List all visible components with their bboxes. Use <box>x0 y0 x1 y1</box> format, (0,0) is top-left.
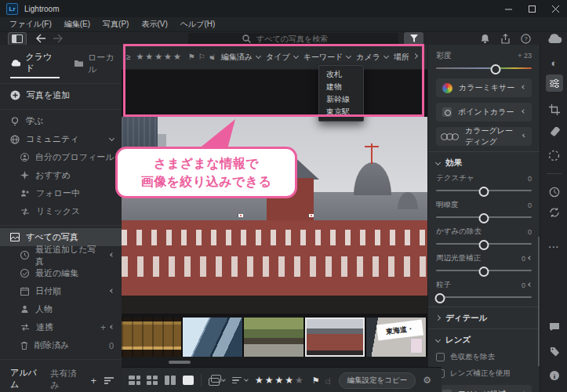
close-button[interactable] <box>543 0 567 17</box>
use-lens-correction-row[interactable]: レンズ補正を使用 <box>436 368 532 379</box>
vignette-slider[interactable] <box>436 266 532 275</box>
color-mixer-button[interactable]: カラーミキサー <box>436 78 532 97</box>
sidebar-item-community[interactable]: コミュニティ <box>0 130 122 148</box>
grain-slider[interactable] <box>436 292 532 302</box>
all-photos-label: すべての写真 <box>26 231 78 243</box>
view-photo-grid-icon[interactable] <box>129 376 140 385</box>
menu-file[interactable]: ファイル(F) <box>3 19 58 30</box>
clarity-slider[interactable] <box>436 212 532 222</box>
panel-toggle-icon[interactable] <box>8 32 27 45</box>
rating-filter-stars[interactable]: ★★★★★ <box>136 52 183 62</box>
view-detail-icon-active[interactable] <box>183 376 194 385</box>
flag-unflagged-icon[interactable]: ⚐ <box>198 53 205 61</box>
presets-icon[interactable] <box>546 54 563 71</box>
filter-funnel-button[interactable] <box>404 32 423 45</box>
view-square-grid-icon[interactable] <box>147 376 158 385</box>
remove-chromatic-aberration-row[interactable]: 色収差を除去 <box>436 352 532 362</box>
help-icon[interactable]: ? <box>521 34 531 44</box>
keyword-option-tokyoeki[interactable]: 東京駅 <box>319 106 363 118</box>
minimize-button[interactable] <box>496 0 520 17</box>
add-connection-icon[interactable]: + <box>100 322 106 333</box>
following-label: フォロー中 <box>36 187 80 199</box>
sidebar-item-recently-added[interactable]: 最近追加した写真 <box>0 246 122 264</box>
menu-bar: ファイル(F) 編集(E) 写真(P) 表示(V) ヘルプ(H) <box>0 17 567 32</box>
sort-albums-icon[interactable] <box>104 377 114 384</box>
defringe-button[interactable]: フリンジ軽減 <box>436 385 532 392</box>
menu-edit[interactable]: 編集(E) <box>58 19 96 30</box>
filter-keyword[interactable]: キーワード <box>303 52 351 63</box>
filter-location[interactable]: 場所 <box>394 52 417 63</box>
tab-cloud[interactable]: クラウド <box>10 51 60 78</box>
share-icon[interactable] <box>500 34 511 44</box>
thumbnail-shrine[interactable] <box>244 318 303 357</box>
copy-edit-settings-button[interactable]: 編集設定をコピー <box>339 372 416 389</box>
comments-icon[interactable] <box>546 318 563 336</box>
menu-view[interactable]: 表示(V) <box>135 19 173 30</box>
versions-sync-icon[interactable] <box>546 204 563 221</box>
masking-icon[interactable] <box>546 147 563 164</box>
keyword-option-kaisatsu[interactable]: 改札 <box>319 68 363 81</box>
dehaze-slider[interactable] <box>436 239 532 249</box>
healing-brush-icon[interactable] <box>546 123 563 140</box>
history-clock-icon[interactable] <box>546 183 563 201</box>
pick-flag-icon[interactable]: ⚑ <box>312 376 320 386</box>
detail-section-header[interactable]: ディテール <box>436 313 532 324</box>
sidebar-item-by-date[interactable]: 日付順 <box>0 282 122 300</box>
saturation-slider[interactable] <box>436 64 532 73</box>
sort-button[interactable] <box>232 376 248 386</box>
lens-section-header[interactable]: レンズ <box>436 335 532 346</box>
effects-section-header[interactable]: 効果 <box>436 158 532 169</box>
sidebar-item-remix[interactable]: リミックス <box>0 202 122 220</box>
stack-button[interactable] <box>209 375 225 386</box>
tab-albums[interactable]: アルバム <box>10 367 42 392</box>
menu-photo[interactable]: 写真(P) <box>96 19 135 30</box>
info-icon[interactable]: i <box>546 367 563 384</box>
sidebar-item-recommended[interactable]: おすすめ <box>0 166 122 184</box>
point-color-button[interactable]: ポイントカラー <box>436 103 532 122</box>
flag-pick-icon[interactable]: ⚑ <box>188 53 195 61</box>
back-arrow-icon[interactable] <box>35 34 45 43</box>
keyword-option-tatemono[interactable]: 建物 <box>319 81 363 93</box>
crop-icon[interactable] <box>546 101 563 118</box>
chevron-left-icon[interactable] <box>528 256 532 260</box>
thumbnail-tokyo-station-selected[interactable] <box>305 318 365 357</box>
notifications-bell-icon[interactable] <box>480 34 490 44</box>
tab-local[interactable]: ローカル <box>74 52 122 78</box>
tab-shared[interactable]: 共有済み <box>51 368 82 392</box>
photo-rating-stars[interactable]: ★★★★★ <box>255 375 305 386</box>
rating-operator[interactable]: ≥ <box>126 53 131 61</box>
thumbnail-skyscrapers[interactable] <box>183 318 242 357</box>
maximize-button[interactable] <box>520 0 543 17</box>
sidebar-item-learn[interactable]: 学ぶ <box>0 112 122 130</box>
sidebar-item-people[interactable]: 人物 <box>0 300 122 318</box>
search-field[interactable] <box>255 34 344 44</box>
settings-gear-icon[interactable] <box>423 375 431 386</box>
chevron-left-icon[interactable] <box>528 282 532 287</box>
thumbnail-interior[interactable] <box>122 318 181 357</box>
color-grading-button[interactable]: カラーグレーディング <box>436 127 532 146</box>
filter-camera[interactable]: カメラ <box>356 52 388 63</box>
flag-reject-icon[interactable]: ⚑ <box>209 53 216 61</box>
menu-help[interactable]: ヘルプ(H) <box>174 19 222 30</box>
search-input[interactable] <box>188 33 398 45</box>
texture-slider[interactable] <box>436 186 532 195</box>
thumbnail-sign[interactable]: 東海道・ <box>366 318 426 357</box>
sidebar-item-deleted[interactable]: 削除済み 0 <box>0 336 122 354</box>
sidebar-item-following[interactable]: フォロー中 <box>0 184 122 202</box>
reject-flag-icon[interactable]: ⚐ <box>324 376 332 386</box>
add-photos-button[interactable]: 写真を追加 <box>0 86 122 104</box>
cloud-sync-icon[interactable] <box>547 34 562 44</box>
checkbox-icon[interactable] <box>436 353 445 361</box>
keyword-tag-icon[interactable] <box>546 343 563 361</box>
keyword-option-shinkansen[interactable]: 新幹線 <box>319 93 363 106</box>
forward-arrow-icon[interactable] <box>53 34 64 43</box>
filter-edited[interactable]: 編集済み <box>221 52 260 63</box>
filter-type[interactable]: タイプ <box>266 52 298 63</box>
edit-sliders-icon-active[interactable] <box>546 74 563 92</box>
add-album-icon[interactable]: + <box>90 375 96 387</box>
filmstrip-drag-handle[interactable] <box>169 361 191 364</box>
more-options-icon[interactable] <box>546 238 563 256</box>
sidebar-item-my-profile[interactable]: 自分のプロフィール <box>0 148 122 166</box>
sidebar-item-connections[interactable]: 連携 + <box>0 318 122 336</box>
view-compare-icon[interactable] <box>165 376 176 385</box>
